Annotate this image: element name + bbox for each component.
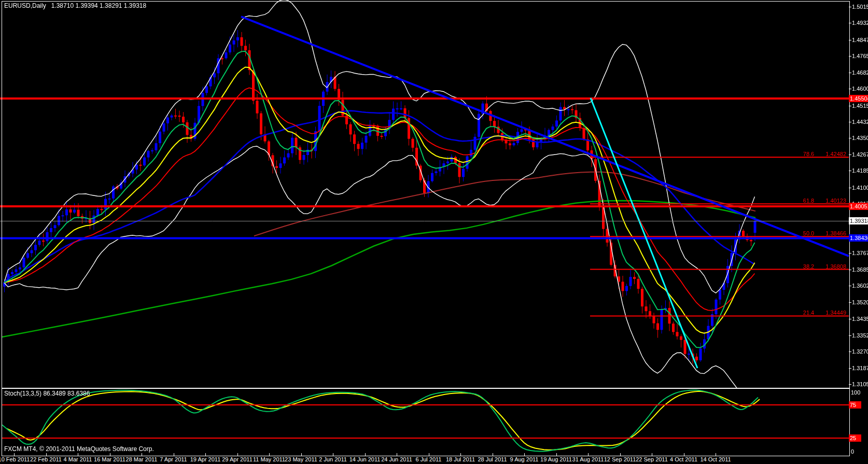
price-tick-label: 1.41000	[852, 185, 868, 191]
date-label: 23 May 2011	[285, 456, 317, 462]
date-label: 24 Jun 2011	[381, 456, 412, 462]
price-tick-label: 1.46000	[852, 86, 868, 92]
price-tick-mark	[849, 171, 851, 171]
price-tick-label: 1.50150	[852, 4, 868, 10]
price-badge-support-level: 1.38436	[849, 234, 868, 242]
fib-level-label[interactable]: 61.81.40123	[768, 198, 846, 204]
price-tick-mark	[849, 7, 851, 7]
date-label: 4 Oct 2011	[670, 456, 697, 462]
price-tick-mark	[849, 154, 851, 155]
date-tick-mark	[174, 453, 174, 456]
main-chart-canvas[interactable]	[0, 0, 849, 388]
date-tick-mark	[78, 453, 78, 456]
price-tick-label: 1.32700	[852, 348, 868, 355]
price-tick-label: 1.35200	[852, 299, 868, 305]
fib-price: 1.42482	[825, 151, 846, 157]
date-label: 14 Oct 2011	[700, 456, 731, 462]
date-tick-mark	[301, 453, 302, 456]
fib-level-label[interactable]: 21.41.34449	[768, 310, 846, 316]
date-label: 22 Sep 2011	[636, 456, 668, 462]
price-tick-mark	[849, 319, 851, 319]
date-label: 29 Apr 2011	[222, 456, 253, 462]
price-tick-mark	[849, 89, 851, 89]
date-label: 16 Mar 2011	[94, 456, 125, 462]
date-tick-mark	[397, 453, 397, 456]
price-tick-label: 1.45150	[852, 103, 868, 109]
date-tick-mark	[429, 453, 429, 456]
price-badge-pivot-level: 1.40051	[849, 203, 868, 210]
date-label: 11 May 2011	[253, 456, 285, 462]
price-tick-label: 1.41850	[852, 167, 868, 174]
date-tick-mark	[588, 453, 589, 456]
price-tick-mark	[849, 122, 851, 122]
date-tick-mark	[460, 453, 461, 456]
price-tick-label: 1.48475	[852, 37, 868, 43]
price-tick-mark	[849, 368, 851, 369]
stoch-level-badge: 25	[849, 434, 861, 442]
date-tick-mark	[205, 453, 206, 456]
date-label: 22 Feb 2011	[30, 456, 62, 462]
date-label: 9 Aug 2011	[510, 456, 539, 462]
chart-title: EURUSD,Daily1.38710 1.39394 1.38291 1.39…	[4, 2, 151, 9]
fib-level-label[interactable]: 38.21.36808	[768, 263, 846, 270]
date-tick-mark	[493, 453, 493, 456]
price-tick-label: 1.42675	[852, 151, 868, 158]
price-tick-mark	[849, 40, 851, 40]
price-badge-resistance-level: 1.45504	[849, 95, 868, 102]
date-tick-mark	[524, 453, 525, 456]
fib-percent: 50.0	[803, 230, 814, 236]
price-tick-mark	[849, 335, 851, 336]
date-tick-mark	[556, 453, 557, 456]
price-tick-label: 1.46825	[852, 69, 868, 76]
price-tick-mark	[849, 286, 851, 286]
price-tick-mark	[849, 384, 851, 385]
price-tick-mark	[849, 351, 851, 352]
fib-level-label[interactable]: 50.01.38466	[768, 230, 846, 236]
date-label: 18 Jul 2011	[446, 456, 475, 462]
price-tick-mark	[849, 73, 851, 73]
symbol-period-label: EURUSD,Daily	[4, 2, 46, 9]
date-label: 28 Mar 2011	[126, 456, 158, 462]
fib-price: 1.34449	[825, 310, 846, 316]
price-tick-label: 1.47650	[852, 53, 868, 59]
date-tick-mark	[620, 453, 621, 456]
fib-price: 1.36808	[825, 263, 846, 270]
price-tick-label: 1.33525	[852, 332, 868, 339]
ohlc-values: 1.38710 1.39394 1.38291 1.39318	[51, 2, 147, 9]
price-tick-mark	[849, 138, 851, 138]
price-tick-label: 1.31050	[852, 381, 868, 387]
price-tick-label: 1.36850	[852, 266, 868, 273]
date-tick-mark	[110, 453, 110, 456]
price-tick-label: 1.44325	[852, 119, 868, 125]
price-badge-current-price: 1.39318	[849, 217, 868, 224]
date-tick-mark	[269, 453, 270, 456]
fib-percent: 78.6	[803, 151, 814, 157]
date-tick-mark	[365, 453, 366, 456]
price-tick-label: 1.34350	[852, 316, 868, 322]
fib-price: 1.38466	[825, 230, 846, 236]
price-tick-label: 1.49325	[852, 20, 868, 26]
date-label: 19 Aug 2011	[540, 456, 572, 462]
date-label: 12 Sep 2011	[604, 456, 636, 462]
date-label: 6 Jul 2011	[416, 456, 442, 462]
stochastic-label: Stoch(13,3,5) 86.3489 83.6386	[4, 390, 90, 397]
copyright-label: FXCM MT4, © 2001-2011 MetaQuotes Softwar…	[4, 445, 154, 453]
date-tick-mark	[237, 453, 238, 456]
price-tick-mark	[849, 253, 851, 254]
price-tick-mark	[849, 106, 851, 106]
date-label: 4 Mar 2011	[64, 456, 92, 462]
stoch-level-badge: 75	[849, 401, 861, 409]
price-tick-mark	[849, 23, 851, 23]
price-tick-mark	[849, 188, 851, 188]
date-label: 7 Apr 2011	[160, 456, 187, 462]
date-label: 10 Feb 2011	[0, 456, 30, 462]
date-tick-mark	[14, 453, 15, 456]
date-label: 28 Jul 2011	[478, 456, 507, 462]
mt4-chart-window: EURUSD,Daily1.38710 1.39394 1.38291 1.39…	[0, 0, 868, 464]
price-tick-label: 1.37675	[852, 250, 868, 256]
date-label: 19 Apr 2011	[190, 456, 221, 462]
stoch-scale-label: 100	[851, 389, 860, 396]
date-tick-mark	[652, 453, 652, 456]
date-tick-mark	[142, 453, 142, 456]
fib-level-label[interactable]: 78.61.42482	[768, 151, 846, 157]
